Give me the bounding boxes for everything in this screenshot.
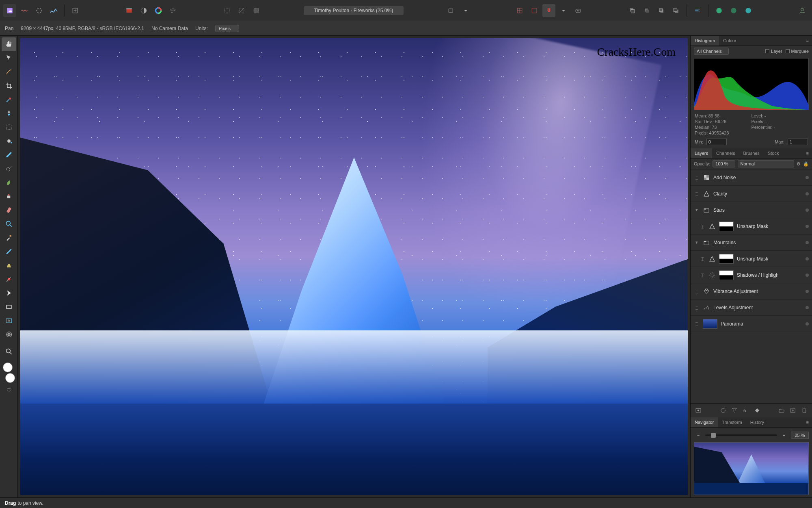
paint-brush-tool[interactable]: [2, 65, 16, 79]
layer-row[interactable]: ⌶Add Noise: [691, 169, 812, 186]
lasso-button[interactable]: [166, 4, 179, 17]
pen-tool[interactable]: [2, 286, 16, 300]
canvas[interactable]: CracksHere.Com: [18, 36, 690, 497]
smudge-tool[interactable]: [2, 176, 16, 189]
tonemap-persona-button[interactable]: [47, 4, 60, 17]
assistant-button[interactable]: [572, 4, 585, 17]
export-persona-button[interactable]: [69, 4, 82, 17]
max-input[interactable]: [788, 139, 808, 145]
marquee-tool[interactable]: [2, 120, 16, 134]
min-input[interactable]: [706, 139, 727, 145]
lock-icon[interactable]: 🔒: [803, 161, 809, 167]
account-button[interactable]: [796, 4, 809, 17]
gradient-tool[interactable]: [2, 148, 16, 162]
group-button[interactable]: [777, 406, 786, 415]
navigator-preview[interactable]: [694, 442, 809, 495]
zoom-slider[interactable]: [705, 434, 777, 436]
mask-layer-button[interactable]: [694, 406, 703, 415]
expand-icon[interactable]: ▾: [694, 207, 700, 213]
guides-toggle-button[interactable]: [528, 4, 541, 17]
layer-row[interactable]: ▾Mountains: [691, 234, 812, 251]
visibility-toggle[interactable]: ⌶: [694, 305, 700, 310]
fx-button[interactable]: fx: [741, 406, 750, 415]
swap-swatch-icon[interactable]: [2, 383, 16, 397]
color-swatches[interactable]: [2, 363, 16, 383]
eyedropper-tool[interactable]: [2, 231, 16, 245]
tab-channels[interactable]: Channels: [712, 148, 739, 158]
healing-brush-tool[interactable]: [2, 203, 16, 217]
arrange-forward-button[interactable]: [655, 4, 668, 17]
erase-tool[interactable]: [2, 245, 16, 258]
arrange-backward-button[interactable]: [640, 4, 653, 17]
color-picker-tool[interactable]: [2, 345, 16, 358]
perspective-tool[interactable]: [2, 258, 16, 272]
color-picker-button[interactable]: [123, 4, 136, 17]
visibility-toggle[interactable]: ⌶: [700, 224, 705, 229]
dropdown-icon[interactable]: [459, 4, 472, 17]
invert-selection-button[interactable]: [250, 4, 263, 17]
visibility-toggle[interactable]: ⌶: [700, 256, 705, 261]
liquify-persona-button[interactable]: [18, 4, 31, 17]
layer-row[interactable]: ⌶Unsharp Mask: [691, 251, 812, 267]
visibility-toggle[interactable]: ⌶: [694, 289, 700, 294]
text-tool[interactable]: A: [2, 314, 16, 328]
move-tool[interactable]: [2, 51, 16, 65]
red-eye-tool[interactable]: [2, 272, 16, 286]
zoom-in-button[interactable]: +: [780, 431, 788, 440]
tab-stock[interactable]: Stock: [764, 148, 783, 158]
opacity-field[interactable]: 100 %: [713, 160, 735, 167]
quicklook-button[interactable]: [445, 4, 458, 17]
visibility-toggle[interactable]: ⌶: [694, 191, 700, 196]
layer-row[interactable]: ⌶Clarity: [691, 186, 812, 202]
visibility-toggle[interactable]: ⌶: [694, 321, 700, 326]
layer-row[interactable]: ▾Stars: [691, 202, 812, 218]
blend-ranges-button[interactable]: [753, 406, 762, 415]
layer-row[interactable]: ⌶Levels Adjustment: [691, 300, 812, 316]
zoom-tool[interactable]: [2, 217, 16, 231]
tab-colour[interactable]: Colour: [719, 36, 740, 46]
layer-row[interactable]: ⌶Panorama: [691, 316, 812, 332]
layer-checkbox[interactable]: Layer: [765, 49, 782, 54]
tab-layers[interactable]: Layers: [691, 148, 712, 158]
add-mask-button[interactable]: [727, 4, 740, 17]
color-wheel-button[interactable]: [152, 4, 165, 17]
tab-navigator[interactable]: Navigator: [691, 417, 718, 427]
photo-persona-button[interactable]: [3, 4, 16, 17]
tab-history[interactable]: History: [746, 417, 768, 427]
panel-menu-icon[interactable]: ≡: [803, 37, 812, 45]
layer-row[interactable]: ⌶Shadows / Highligh: [691, 267, 812, 283]
rectangle-tool[interactable]: [2, 300, 16, 314]
arrange-front-button[interactable]: [669, 4, 682, 17]
secondary-swatch[interactable]: [5, 373, 15, 383]
mesh-warp-tool[interactable]: [2, 328, 16, 341]
panel-menu-icon[interactable]: ≡: [803, 418, 812, 426]
delete-layer-button[interactable]: [800, 406, 809, 415]
zoom-value[interactable]: 25 %: [791, 432, 809, 439]
live-filter-button[interactable]: [730, 406, 739, 415]
add-pixel-layer-button[interactable]: [788, 406, 797, 415]
snapping-toggle-button[interactable]: [542, 4, 555, 17]
contrast-button[interactable]: [137, 4, 150, 17]
channel-select[interactable]: All Channels: [694, 48, 729, 55]
align-button[interactable]: [691, 4, 704, 17]
gear-icon[interactable]: ⚙: [797, 161, 801, 167]
snap-dropdown-icon[interactable]: [557, 4, 570, 17]
expand-icon[interactable]: ▾: [694, 240, 700, 245]
add-fx-button[interactable]: [742, 4, 755, 17]
visibility-toggle[interactable]: ⌶: [700, 273, 705, 278]
layer-row[interactable]: ⌶Vibrance Adjustment: [691, 283, 812, 300]
units-select[interactable]: Pixels: [215, 25, 239, 32]
blend-mode-select[interactable]: Normal: [738, 160, 794, 167]
visibility-toggle[interactable]: ⌶: [694, 175, 700, 180]
flood-fill-tool[interactable]: [2, 134, 16, 148]
arrange-back-button[interactable]: [626, 4, 639, 17]
layer-row[interactable]: ⌶Unsharp Mask: [691, 218, 812, 234]
flood-select-tool[interactable]: [2, 106, 16, 120]
adjustment-button[interactable]: [719, 406, 728, 415]
crop-tool[interactable]: [2, 79, 16, 93]
zoom-out-button[interactable]: −: [694, 431, 703, 440]
tab-brushes[interactable]: Brushes: [739, 148, 764, 158]
selection-brush-tool[interactable]: [2, 93, 16, 106]
tab-histogram[interactable]: Histogram: [691, 36, 719, 46]
panel-menu-icon[interactable]: ≡: [803, 149, 812, 157]
